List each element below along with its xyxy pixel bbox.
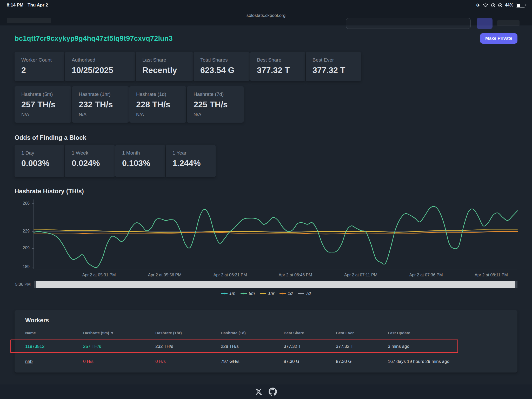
stat-sub: N/A — [136, 112, 186, 117]
stat-label: Worker Count — [21, 57, 64, 63]
y-axis-tick-label: 266 — [23, 201, 30, 206]
status-date: Thu Apr 2 — [28, 3, 48, 8]
chart-y-axis: 266229209189 — [15, 200, 30, 269]
column-header-hashrate-5m[interactable]: Hashrate (5m) ▼ — [83, 331, 155, 335]
chart-range-scrollbar[interactable] — [34, 281, 517, 288]
y-axis-tick-label: 209 — [23, 246, 30, 250]
x-axis-tick-label: Apr 2 at 07:36 PM — [409, 273, 443, 277]
stat-value: 257 TH/s — [21, 100, 71, 109]
card-odds-1day: 1 Day 0.003% — [15, 145, 64, 177]
legend-marker-icon — [280, 292, 286, 295]
x-axis-tick-label: Apr 2 at 06:21 PM — [214, 273, 247, 277]
card-hashrate-7d: Hashrate (7d) 225 TH/s N/A — [187, 86, 244, 123]
stat-label: Hashrate (5m) — [21, 91, 71, 97]
worker-hashrate-1hr: 232 TH/s — [155, 344, 221, 349]
worker-best-share: 87.30 G — [284, 359, 336, 364]
worker-name-link[interactable]: 11973512 — [25, 344, 44, 349]
y-axis-tick-label: 189 — [23, 264, 30, 269]
legend-item-5m[interactable]: 5m — [241, 291, 255, 296]
screen: 8:14 PM Thu Apr 2 ✈ — [0, 0, 532, 399]
legend-item-7d[interactable]: 7d — [298, 291, 311, 296]
worker-hashrate-1d: 797 GH/s — [221, 359, 284, 364]
x-logo-icon[interactable] — [255, 388, 262, 395]
worker-row-11973512[interactable]: 11973512 257 TH/s 232 TH/s 228 TH/s 377.… — [15, 339, 517, 354]
card-odds-1month: 1 Month 0.103% — [115, 145, 165, 177]
stat-value: 377.32 T — [257, 65, 305, 75]
stat-value: 0.003% — [21, 158, 64, 168]
btc-address-title: bc1qtt7cr9cxykyp9g4hq47zf5lq9t97cxvq72lu… — [15, 35, 173, 43]
legend-label: 5m — [249, 291, 255, 296]
x-axis-tick-label: Apr 2 at 08:11 PM — [475, 273, 508, 277]
column-header-last-update[interactable]: Last Update — [388, 331, 511, 335]
legend-item-1hr[interactable]: 1hr — [260, 291, 275, 296]
card-odds-1week: 1 Week 0.024% — [65, 145, 115, 177]
orientation-lock-icon — [498, 3, 502, 8]
card-hashrate-1hr: Hashrate (1hr) 232 TH/s N/A — [72, 86, 129, 123]
header-search-button[interactable] — [477, 18, 493, 29]
card-best-share: Best Share 377.32 T — [250, 52, 305, 81]
x-axis-tick-label: Apr 2 at 05:56 PM — [148, 273, 182, 277]
worker-name-link[interactable]: nhb — [25, 359, 32, 364]
column-header-best-share[interactable]: Best Share — [284, 331, 336, 335]
column-header-hashrate-1d[interactable]: Hashrate (1d) — [221, 331, 284, 335]
x-axis-tick-label: Apr 2 at 07:11 PM — [344, 273, 377, 277]
odds-cards-row: 1 Day 0.003% 1 Week 0.024% 1 Month 0.103… — [15, 145, 517, 177]
github-logo-icon[interactable] — [269, 388, 277, 396]
chart-section-title: Hashrate History (TH/s) — [15, 188, 517, 195]
url-text[interactable]: solostats.ckpool.org — [247, 13, 285, 18]
odds-section-title: Odds of Finding a Block — [15, 134, 517, 141]
series-line-5m — [34, 206, 517, 268]
range-handle-left[interactable] — [34, 281, 36, 288]
stat-label: 1 Day — [21, 150, 64, 156]
stat-label: 1 Week — [72, 150, 115, 156]
worker-last-update: 167 days 19 hours 29 mins ago — [388, 359, 511, 364]
chart-plot-area — [32, 200, 517, 270]
stat-value: 225 TH/s — [194, 100, 244, 109]
x-axis-tick-label: Apr 2 at 05:31 PM — [82, 273, 116, 277]
stat-sub: N/A — [194, 112, 244, 117]
workers-title: Workers — [25, 317, 517, 324]
card-hashrate-1d: Hashrate (1d) 228 TH/s N/A — [129, 86, 186, 123]
overview-stats-row: Worker Count 2 Authorised 10/25/2025 Las… — [15, 52, 517, 81]
column-header-name[interactable]: Name — [25, 331, 83, 335]
worker-best-ever: 87.30 G — [336, 359, 388, 364]
stat-label: Total Shares — [200, 57, 250, 63]
range-handle-right[interactable] — [515, 281, 517, 288]
battery-percent: 44% — [505, 3, 513, 8]
y-axis-tick-label: 229 — [23, 229, 30, 234]
footer-bar — [0, 384, 532, 399]
header-link[interactable] — [497, 20, 520, 26]
legend-item-1d[interactable]: 1d — [280, 291, 292, 296]
hashrate-stats-row: Hashrate (5m) 257 TH/s N/A Hashrate (1hr… — [15, 86, 517, 123]
workers-panel: Workers Name Hashrate (5m) ▼ Hashrate (1… — [15, 310, 517, 373]
stat-sub: N/A — [79, 112, 129, 117]
stat-value: 10/25/2025 — [72, 65, 135, 75]
legend-item-1m[interactable]: 1m — [221, 291, 236, 296]
legend-label: 1m — [229, 291, 236, 296]
legend-label: 7d — [306, 291, 311, 296]
worker-hashrate-1hr: 0 H/s — [155, 359, 221, 364]
chart-legend: 1m5m1hr1d7d — [15, 291, 517, 296]
stat-value: 228 TH/s — [136, 100, 186, 109]
legend-marker-icon — [298, 292, 304, 295]
address-search-input[interactable] — [346, 18, 471, 29]
worker-last-update: 3 mins ago — [388, 344, 511, 349]
legend-marker-icon — [221, 292, 228, 295]
stat-value: Recently — [142, 65, 193, 75]
make-private-button[interactable]: Make Private — [480, 33, 517, 44]
card-odds-1year: 1 Year 1.244% — [166, 145, 216, 177]
worker-row-nhb[interactable]: nhb 0 H/s 0 H/s 797 GH/s 87.30 G 87.30 G… — [15, 354, 517, 369]
site-logo — [7, 18, 51, 23]
stat-label: Hashrate (7d) — [194, 91, 244, 97]
chart-x-axis: Apr 2 at 05:31 PMApr 2 at 05:56 PMApr 2 … — [34, 273, 517, 279]
main-content: bc1qtt7cr9cxykyp9g4hq47zf5lq9t97cxvq72lu… — [0, 33, 532, 373]
column-header-hashrate-1hr[interactable]: Hashrate (1hr) — [155, 331, 221, 335]
stat-label: Best Ever — [312, 57, 361, 63]
worker-hashrate-1d: 228 TH/s — [221, 344, 284, 349]
card-best-ever: Best Ever 377.32 T — [306, 52, 361, 81]
stat-value: 2 — [21, 65, 64, 75]
x-axis-tick-label: Apr 2 at 06:46 PM — [279, 273, 312, 277]
worker-hashrate-5m: 257 TH/s — [83, 344, 155, 349]
wifi-icon — [483, 3, 488, 7]
column-header-best-ever[interactable]: Best Ever — [336, 331, 388, 335]
